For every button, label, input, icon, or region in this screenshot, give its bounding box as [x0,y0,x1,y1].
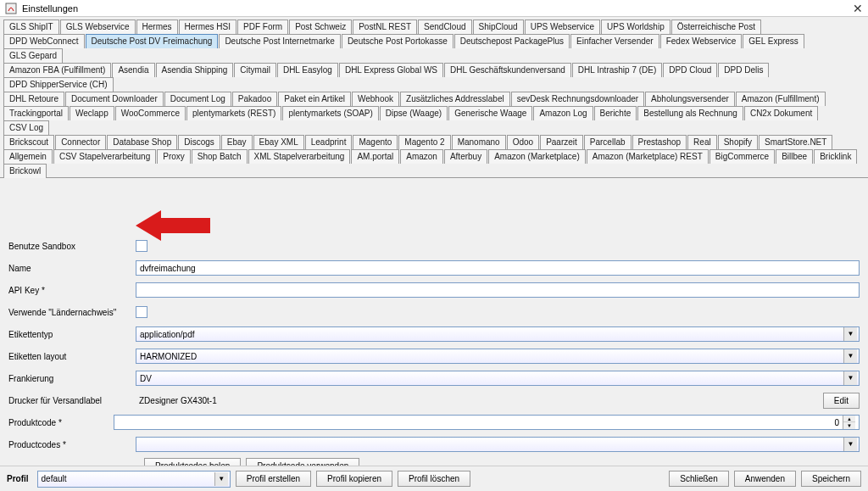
tab-dhl-gesch-ftskundenversand[interactable]: DHL Geschäftskundenversand [444,63,571,77]
tab-deutsche-post-dv-freimachung[interactable]: Deutsche Post DV Freimachung [86,34,219,48]
tab-shop-batch[interactable]: Shop Batch [192,149,248,164]
tab-amazon[interactable]: Amazon [400,149,443,164]
tab-deutsche-post-internetmarke[interactable]: Deutsche Post Internetmarke [219,34,341,48]
tab-bigcommerce[interactable]: BigCommerce [709,149,775,164]
tab-manomano[interactable]: Manomano [452,135,506,149]
prodcodes-select[interactable]: ▼ [136,437,860,452]
tab-csv-log[interactable]: CSV Log [3,120,49,135]
tab-document-downloader[interactable]: Document Downloader [65,92,164,106]
layout-select[interactable]: HARMONIZED ▼ [136,349,860,364]
tab-sevdesk-rechnungsdownloader[interactable]: sevDesk Rechnungsdownloader [511,92,644,106]
tab-asendia-shipping[interactable]: Asendia Shipping [156,63,234,77]
tab-ebay-xml[interactable]: Ebay XML [253,135,304,149]
laender-checkbox[interactable] [136,306,147,318]
tab-woocommerce[interactable]: WooCommerce [115,106,186,120]
spinner-up-icon[interactable]: ▲ [843,416,855,422]
tab-berichte[interactable]: Berichte [594,106,637,120]
profil-erstellen-button[interactable]: Profil erstellen [236,471,311,487]
tab-am-portal[interactable]: AM.portal [351,149,399,164]
tab-asendia[interactable]: Asendia [112,63,154,77]
tab-ups-webservice[interactable]: UPS Webservice [525,20,600,34]
tab-webhook[interactable]: Webhook [352,92,399,106]
tab-gls-gepard[interactable]: GLS Gepard [3,48,63,63]
tab-dhl-intraship-7-de-[interactable]: DHL Intraship 7 (DE) [572,63,662,77]
tab-plentymarkets-soap-[interactable]: plentymarkets (SOAP) [282,106,378,120]
tab-database-shop[interactable]: Database Shop [107,135,177,149]
tab-parcellab[interactable]: Parcellab [584,135,632,149]
tab-gel-express[interactable]: GEL Express [743,34,804,48]
frank-select[interactable]: DV ▼ [136,371,860,386]
printer-edit-button[interactable]: Edit [823,393,860,409]
tab-bestellung-als-rechnung[interactable]: Bestellung als Rechnung [637,106,743,120]
tab-pdf-form[interactable]: PDF Form [237,20,288,34]
anwenden-button[interactable]: Anwenden [734,471,796,487]
tab-cn2x-dokument[interactable]: CN2x Dokument [744,106,818,120]
tab-brickowl[interactable]: Brickowl [3,164,47,178]
tab-hermes[interactable]: Hermes [136,20,178,34]
tab-zus-tzliches-addresslabel[interactable]: Zusätzliches Addresslabel [400,92,510,106]
tab-prestashop[interactable]: Prestashop [632,135,687,149]
tab-dhl-easylog[interactable]: DHL Easylog [277,63,338,77]
close-icon[interactable]: ✕ [853,2,863,15]
tab-connector[interactable]: Connector [55,135,106,149]
tab-proxy[interactable]: Proxy [157,149,191,164]
name-input[interactable] [136,260,860,276]
spinner-down-icon[interactable]: ▼ [843,422,855,429]
tab-allgemein[interactable]: Allgemein [3,149,53,164]
tab-leadprint[interactable]: Leadprint [305,135,353,149]
tab-weclapp[interactable]: Weclapp [70,106,114,120]
tab-amazon-fulfillment-[interactable]: Amazon (Fulfillment) [736,92,826,106]
tab-ebay[interactable]: Ebay [221,135,253,149]
schliessen-button[interactable]: Schließen [669,471,728,487]
tab-amazon-fba-fulfillment-[interactable]: Amazon FBA (Fulfillment) [3,63,111,77]
tab-shipcloud[interactable]: ShipCloud [473,20,524,34]
tab-magento-2[interactable]: Magento 2 [398,135,450,149]
tab-paket-ein-artikel[interactable]: Paket ein Artikel [278,92,351,106]
tab-citymail[interactable]: Citymail [234,63,276,77]
tab-odoo[interactable]: Odoo [507,135,539,149]
tab-paarzeit[interactable]: Paarzeit [540,135,583,149]
tab-gls-webservice[interactable]: GLS Webservice [60,20,136,34]
tab-trackingportal[interactable]: Trackingportal [3,106,69,120]
tab-dhl-retoure[interactable]: DHL Retoure [3,92,64,106]
tab-pakadoo[interactable]: Pakadoo [232,92,277,106]
tab-dpd-shipperservice-ch-[interactable]: DPD ShipperService (CH) [3,77,114,92]
tab-csv-stapelverarbeitung[interactable]: CSV Stapelverarbeitung [53,149,156,164]
tab-dpd-delis[interactable]: DPD Delis [718,63,769,77]
profil-loeschen-button[interactable]: Profil löschen [398,471,470,487]
profil-kopieren-button[interactable]: Profil kopieren [316,471,392,487]
tab-dpd-webconnect[interactable]: DPD WebConnect [3,34,85,48]
tab-ups-worldship[interactable]: UPS Worldship [601,20,670,34]
tab-generische-waage[interactable]: Generische Waage [448,106,532,120]
tab-dipse-waage-[interactable]: Dipse (Waage) [380,106,448,120]
etiketttyp-select[interactable]: application/pdf ▼ [136,326,860,342]
tab-real[interactable]: Real [687,135,717,149]
tab-shopify[interactable]: Shopify [718,135,758,149]
tab-gls-shipit[interactable]: GLS ShipIT [3,20,59,34]
prodcode-input[interactable]: 0 ▲ ▼ [114,415,860,430]
tab-magento[interactable]: Magento [353,135,398,149]
speichern-button[interactable]: Speichern [801,471,861,487]
tab-abholungsversender[interactable]: Abholungsversender [645,92,735,106]
tab-sendcloud[interactable]: SendCloud [418,20,471,34]
tab-smartstore-net[interactable]: SmartStore.NET [759,135,832,149]
profile-select[interactable]: default ▼ [37,471,231,488]
tab-dpd-cloud[interactable]: DPD Cloud [663,63,717,77]
tab-brickscout[interactable]: Brickscout [3,135,54,149]
tab-bricklink[interactable]: Bricklink [814,149,857,164]
tab-billbee[interactable]: Billbee [776,149,813,164]
tab-xml-stapelverarbeitung[interactable]: XML Stapelverarbeitung [248,149,351,164]
tab-post-schweiz[interactable]: Post Schweiz [289,20,352,34]
tab-document-log[interactable]: Document Log [164,92,231,106]
tab-einfacher-versender[interactable]: Einfacher Versender [570,34,659,48]
tab-deutsche-post-portokasse[interactable]: Deutsche Post Portokasse [342,34,453,48]
tab-fedex-webservice[interactable]: Fedex Webservice [660,34,743,48]
tab-amazon-log[interactable]: Amazon Log [533,106,593,120]
tab-amazon-marketplace-[interactable]: Amazon (Marketplace) [488,149,586,164]
tab-discogs[interactable]: Discogs [178,135,220,149]
tab-deutschepost-packageplus[interactable]: Deutschepost PackagePlus [454,34,570,48]
tab-hermes-hsi[interactable]: Hermes HSI [179,20,236,34]
tab-amazon-marketplace-rest[interactable]: Amazon (Marketplace) REST [587,149,709,164]
tab-afterbuy[interactable]: Afterbuy [444,149,487,164]
apikey-input[interactable] [136,282,860,298]
